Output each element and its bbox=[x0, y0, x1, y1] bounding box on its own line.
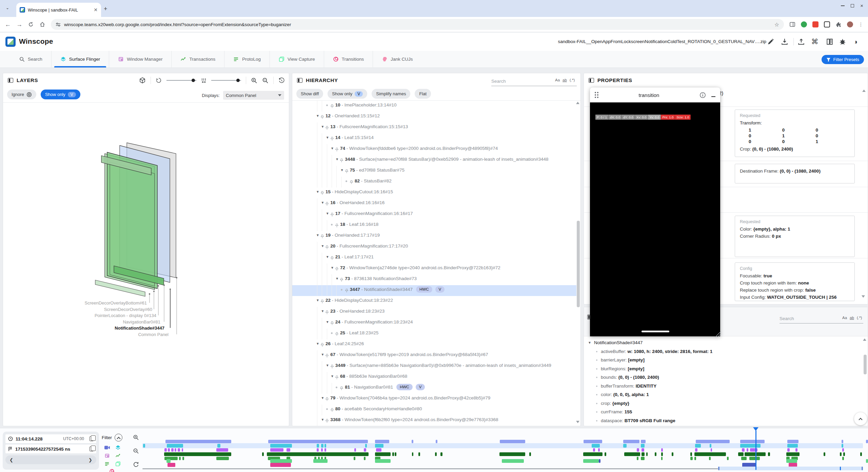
scroll-down-arrow[interactable] bbox=[862, 295, 865, 298]
hierarchy-node-67[interactable]: ▼67 - WindowToken{e5176f9 type=2019 andr… bbox=[292, 350, 576, 361]
scroll-down-arrow[interactable] bbox=[576, 421, 579, 423]
transactions-event-block[interactable] bbox=[694, 452, 726, 456]
transactions-event-block[interactable] bbox=[690, 452, 692, 456]
window-manager-event-block[interactable] bbox=[742, 448, 745, 452]
pin-icon[interactable] bbox=[330, 209, 335, 220]
pin-icon[interactable] bbox=[320, 339, 326, 350]
screen-recording-event-block[interactable] bbox=[740, 440, 765, 443]
transactions-event-block[interactable] bbox=[529, 452, 531, 456]
surface-flinger-event-block[interactable] bbox=[641, 444, 645, 448]
transactions-event-block[interactable] bbox=[768, 452, 770, 456]
window-manager-event-block[interactable] bbox=[593, 448, 595, 452]
pin-icon[interactable] bbox=[345, 285, 350, 296]
download-icon[interactable] bbox=[781, 38, 788, 45]
scroll-up-arrow[interactable] bbox=[862, 90, 866, 92]
transactions-event-block[interactable] bbox=[624, 452, 640, 456]
window-manager-event-block[interactable] bbox=[321, 448, 323, 452]
screen-recording-event-block[interactable] bbox=[375, 440, 389, 443]
hierarchy-node-3368[interactable]: ▼3368 - WindowToken{f6b2f60 type=2024 an… bbox=[292, 415, 576, 426]
pin-icon[interactable] bbox=[320, 296, 326, 307]
resize-handle-icon[interactable] bbox=[715, 332, 721, 337]
window-manager-event-block[interactable] bbox=[795, 448, 797, 452]
range-left-handle[interactable] bbox=[718, 467, 719, 470]
show-only-button[interactable]: Show only V bbox=[41, 90, 80, 99]
hierarchy-node-14[interactable]: ▼14 - Leaf:15:15#14 bbox=[292, 133, 576, 144]
transactions-event-block[interactable] bbox=[499, 452, 525, 456]
pin-icon[interactable] bbox=[350, 177, 355, 188]
protolog-event-block[interactable] bbox=[842, 457, 844, 460]
url-bar[interactable]: winscope.teams.x20web.corp.google.com/pr… bbox=[51, 19, 784, 30]
scrollbar-thumb[interactable] bbox=[864, 355, 867, 374]
layer-label[interactable]: ScreenDecorOverlay#60 bbox=[104, 307, 152, 312]
protolog-event-block[interactable] bbox=[354, 457, 355, 460]
window-manager-event-block[interactable] bbox=[287, 448, 290, 452]
surface-flinger-event-block[interactable] bbox=[217, 444, 220, 448]
transactions-event-block[interactable] bbox=[661, 452, 663, 456]
hierarchy-node-10[interactable]: 10 - ImePlaceholder:13:14#10 bbox=[292, 101, 576, 112]
match-case-icon[interactable]: Aa bbox=[842, 316, 847, 320]
match-regex-icon[interactable]: (.*) bbox=[570, 78, 575, 82]
property-row[interactable]: currFrame: 155 bbox=[586, 408, 861, 416]
forward-icon[interactable]: → bbox=[16, 21, 22, 28]
screen-recording-event-block[interactable] bbox=[842, 440, 843, 443]
hierarchy-node-21[interactable]: ▼21 - Leaf:17:17#21 bbox=[292, 253, 576, 263]
surface-flinger-event-block[interactable] bbox=[143, 444, 145, 448]
window-manager-event-block[interactable] bbox=[642, 448, 644, 452]
window-manager-event-block[interactable] bbox=[750, 448, 757, 452]
expand-arrow-icon[interactable]: ▼ bbox=[320, 198, 325, 207]
timeline-cursor-handle[interactable] bbox=[753, 427, 758, 431]
surface-flinger-event-block[interactable] bbox=[623, 444, 627, 448]
timeline-cursor[interactable] bbox=[755, 430, 756, 470]
drag-handle-icon[interactable] bbox=[595, 92, 598, 98]
maximize-icon[interactable] bbox=[851, 4, 854, 7]
timeline-scrollbar-track[interactable] bbox=[142, 468, 718, 469]
screen-recording-event-block[interactable] bbox=[623, 440, 639, 443]
property-row[interactable]: barrierLayer: [empty] bbox=[586, 356, 861, 365]
view-capture-event-block[interactable] bbox=[866, 459, 868, 463]
tab-protolog[interactable]: ProtoLog bbox=[224, 51, 270, 67]
screen-recording-event-block[interactable] bbox=[268, 440, 368, 443]
layer-label[interactable]: Common Panel bbox=[138, 332, 169, 337]
hierarchy-node-68[interactable]: ▼68 - 885b63e NavigationBar0#68 bbox=[292, 372, 576, 383]
scroll-up-arrow[interactable] bbox=[863, 338, 866, 341]
screen-recording-event-block[interactable] bbox=[584, 440, 602, 443]
window-manager-event-block[interactable] bbox=[270, 448, 283, 452]
transactions-event-block[interactable] bbox=[745, 452, 766, 456]
dark-mode-toggle-icon[interactable]: ◑ bbox=[852, 38, 859, 45]
info-icon[interactable] bbox=[699, 92, 706, 98]
pin-icon[interactable] bbox=[335, 372, 340, 383]
hierarchy-node-72[interactable]: ▼72 - WindowToken{a2746de type=2040 andr… bbox=[292, 263, 576, 274]
expand-arrow-icon[interactable]: ▼ bbox=[330, 372, 335, 381]
screen-recording-event-block[interactable] bbox=[787, 440, 798, 443]
expand-arrow-icon[interactable]: ▼ bbox=[320, 415, 325, 424]
hierarchy-node-16[interactable]: ▼16 - OneHanded:16:16#16 bbox=[292, 198, 576, 209]
hierarchy-node-74[interactable]: ▼74 - WindowToken{fdddbe6 type=2000 andr… bbox=[292, 144, 576, 155]
surface-flinger-event-block[interactable] bbox=[740, 444, 761, 448]
window-manager-event-block[interactable] bbox=[747, 448, 748, 452]
surface-flinger-event-block[interactable] bbox=[695, 444, 701, 448]
transitions-track-icon[interactable] bbox=[109, 469, 115, 472]
expand-arrow-icon[interactable]: ▼ bbox=[325, 133, 330, 142]
window-manager-track-icon[interactable] bbox=[104, 453, 110, 458]
cube-3d-icon[interactable] bbox=[139, 77, 146, 84]
window-manager-event-block[interactable] bbox=[216, 448, 228, 452]
pin-icon[interactable] bbox=[325, 307, 330, 318]
next-frame-button[interactable]: ❯ bbox=[88, 457, 92, 463]
screen-recording-event-block[interactable] bbox=[165, 440, 231, 443]
tab-window-manager[interactable]: Window Manager bbox=[109, 51, 172, 67]
match-word-icon[interactable]: ab bbox=[850, 316, 854, 320]
docs-book-icon[interactable] bbox=[826, 38, 833, 45]
tab-surface-flinger[interactable]: Surface Flinger bbox=[52, 51, 110, 67]
property-row[interactable]: dataspace: BT709 sRGB Full range bbox=[586, 416, 861, 425]
hierarchy-node-18[interactable]: 18 - Leaf:16:16#18 bbox=[292, 220, 576, 231]
hierarchy-node-75[interactable]: ▼75 - ed70f88 StatusBar#75 bbox=[292, 166, 576, 177]
tab-transactions[interactable]: Transactions bbox=[172, 51, 224, 67]
window-manager-event-block[interactable] bbox=[164, 448, 167, 452]
hierarchy-node-20[interactable]: ▼20 - FullscreenMagnification:17:17#20 bbox=[292, 242, 576, 253]
window-manager-event-block[interactable] bbox=[695, 448, 697, 452]
filter-presets-button[interactable]: Filter Presets bbox=[822, 55, 864, 64]
screen-recording-track-icon[interactable] bbox=[104, 445, 110, 450]
transactions-event-block[interactable] bbox=[392, 452, 394, 456]
extension-green-icon[interactable] bbox=[801, 21, 807, 27]
pin-icon[interactable] bbox=[335, 220, 340, 231]
